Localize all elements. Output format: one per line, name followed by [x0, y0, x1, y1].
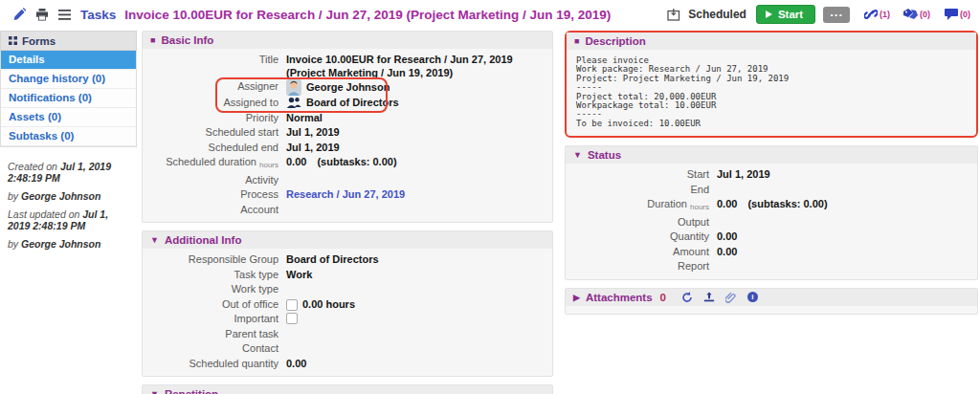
- assignment-highlight-group: Assigner George Johnson Assigned to: [143, 79, 552, 111]
- refresh-icon[interactable]: [681, 292, 693, 303]
- comments-counter[interactable]: (0): [944, 8, 970, 22]
- right-column: ■ Description Please invoice Work packag…: [565, 31, 978, 322]
- field-row-out-of-office: Out of office 0.00 hours: [143, 297, 552, 313]
- quantity-value: 0.00: [717, 230, 737, 245]
- description-text: Please invoice Work package: Research / …: [567, 50, 976, 136]
- scheduled-duration-label: Scheduled duration: [166, 156, 256, 167]
- repetition-title: Repetition: [165, 388, 218, 394]
- attachments-toolbar: i: [681, 292, 758, 303]
- sidebar-item-details[interactable]: Details: [1, 51, 136, 70]
- field-row-contact: Contact: [143, 341, 552, 357]
- additional-info-section: ▼ Additional Info Responsible Group Boar…: [142, 230, 553, 377]
- repetition-header[interactable]: ▼ Repetition: [143, 385, 552, 394]
- important-checkbox[interactable]: [286, 313, 298, 324]
- collapse-expanded-icon: ▼: [150, 389, 159, 394]
- process-link[interactable]: Research / Jun 27, 2019: [286, 187, 405, 203]
- tags-counter[interactable]: (0): [903, 8, 930, 22]
- basic-info-title: Basic Info: [161, 34, 213, 46]
- title-value: Invoice 10.00EUR for Research / Jun 27, …: [286, 53, 552, 79]
- sidebar: Forms Details Change history (0) Notific…: [0, 31, 137, 256]
- more-button[interactable]: ...: [823, 7, 850, 23]
- created-by-label: by: [8, 190, 18, 202]
- field-row-task-type: Task type Work: [143, 268, 552, 283]
- start-value: Jul 1, 2019: [717, 167, 770, 183]
- assigner-avatar: [286, 79, 301, 96]
- work-type-label: Work type: [143, 282, 286, 297]
- field-row-activity: Activity: [143, 173, 552, 188]
- section-square-icon: ■: [574, 36, 579, 46]
- collapse-expanded-icon: ▼: [573, 150, 582, 160]
- sidebar-item-change-history[interactable]: Change history (0): [1, 70, 136, 89]
- field-row-work-type: Work type: [143, 282, 552, 297]
- status-section: ▼ Status Start Jul 1, 2019 End Duration …: [565, 145, 978, 280]
- additional-info-header[interactable]: ▼ Additional Info: [143, 231, 552, 249]
- report-label: Report: [566, 259, 717, 274]
- menu-icon[interactable]: [57, 8, 72, 22]
- parent-task-label: Parent task: [143, 327, 286, 342]
- field-row-assigned-to: Assigned to Board of Directors: [143, 96, 552, 111]
- out-of-office-checkbox[interactable]: [286, 299, 298, 311]
- assigner-value: George Johnson: [306, 80, 390, 96]
- description-header[interactable]: ■ Description: [567, 33, 976, 50]
- status-header[interactable]: ▼ Status: [566, 146, 977, 164]
- print-icon[interactable]: [34, 8, 49, 22]
- attachments-header[interactable]: ▶ Attachments 0 i: [566, 289, 977, 306]
- breadcrumb-tasks-link[interactable]: Tasks: [80, 8, 116, 22]
- field-row-priority: Priority Normal: [143, 111, 552, 126]
- start-button[interactable]: Start: [756, 5, 815, 24]
- attachments-count: 0: [660, 292, 666, 303]
- field-row-scheduled-start: Scheduled start Jul 1, 2019: [143, 125, 552, 141]
- scheduled-start-value: Jul 1, 2019: [286, 125, 340, 141]
- priority-label: Priority: [143, 111, 286, 126]
- amount-value: 0.00: [717, 245, 737, 260]
- links-counter[interactable]: (1): [863, 8, 890, 22]
- description-section: ■ Description Please invoice Work packag…: [565, 31, 978, 138]
- sidebar-item-notifications[interactable]: Notifications (0): [1, 89, 136, 108]
- upload-icon[interactable]: [703, 292, 715, 303]
- additional-info-title: Additional Info: [165, 234, 241, 246]
- responsible-group-label: Responsible Group: [143, 252, 286, 268]
- group-icon: [286, 97, 301, 109]
- paperclip-icon[interactable]: [725, 292, 737, 303]
- info-icon[interactable]: i: [747, 292, 758, 302]
- output-label: Output: [566, 215, 717, 230]
- scheduled-end-label: Scheduled end: [143, 141, 286, 156]
- basic-info-section: ■ Basic Info Title Invoice 10.00EUR for …: [142, 31, 553, 223]
- edit-icon[interactable]: [11, 8, 26, 22]
- link-icon: [863, 8, 878, 22]
- priority-value: Normal: [286, 111, 323, 126]
- description-title: Description: [585, 35, 645, 47]
- duration-unit: hours: [690, 203, 709, 211]
- links-count: (1): [880, 10, 890, 19]
- description-line: Workpackage total: 10.00EUR: [576, 101, 967, 110]
- collapse-expanded-icon: ▼: [150, 235, 159, 245]
- field-row-scheduled-duration: Scheduled duration hours 0.00(subtasks: …: [143, 155, 552, 173]
- assigner-label: Assigner: [143, 79, 286, 95]
- sidebar-header-label: Forms: [22, 35, 56, 47]
- scheduled-duration-unit: hours: [259, 161, 278, 169]
- duration-label: Duration: [647, 198, 687, 209]
- field-row-title: Title Invoice 10.00EUR for Research / Ju…: [143, 53, 552, 79]
- basic-info-header[interactable]: ■ Basic Info: [143, 32, 552, 49]
- title-label: Title: [143, 53, 286, 68]
- task-type-value: Work: [286, 268, 312, 283]
- attachments-body: [566, 306, 977, 314]
- sidebar-item-subtasks[interactable]: Subtasks (0): [1, 127, 136, 146]
- updated-by-label: by: [8, 238, 18, 250]
- important-label: Important: [143, 312, 286, 327]
- field-row-end: End: [566, 183, 977, 198]
- account-label: Account: [143, 203, 286, 218]
- section-square-icon: ■: [150, 35, 155, 45]
- created-on-label: Created on: [8, 161, 57, 172]
- comments-count: (0): [960, 10, 970, 19]
- play-icon: [766, 11, 772, 18]
- top-actions: Scheduled Start ... (1) (0) (0): [666, 5, 970, 24]
- field-row-amount: Amount 0.00: [566, 245, 977, 260]
- field-row-report: Report: [566, 259, 977, 274]
- field-row-quantity: Quantity 0.00: [566, 230, 977, 245]
- attachments-title: Attachments: [586, 292, 653, 303]
- field-row-account: Account: [143, 203, 552, 218]
- sidebar-item-assets[interactable]: Assets (0): [1, 108, 136, 127]
- status-label: Scheduled: [688, 8, 746, 21]
- scheduled-quantity-label: Scheduled quantity: [143, 357, 286, 372]
